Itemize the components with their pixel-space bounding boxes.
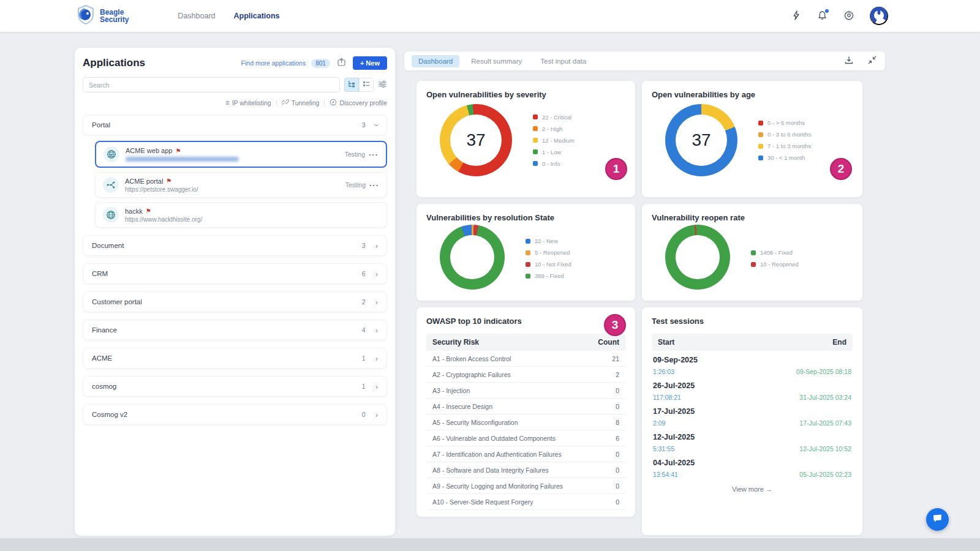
card-owasp-top-10: OWASP top 10 indicators Security Risk Co… — [417, 307, 635, 517]
app-row-acme-portal[interactable]: ACME portal ⚑ https://petstore.swagger.i… — [95, 172, 387, 198]
chevron-right-icon: › — [375, 242, 378, 250]
chat-bubble-icon — [932, 514, 943, 525]
table-row: A10 - Server-Side Request Forgery 0 — [426, 494, 625, 510]
sessions-title: Test sessions — [652, 317, 853, 326]
download-report-button[interactable] — [843, 54, 854, 67]
legend-swatch — [533, 126, 538, 131]
discovery-profile-link[interactable]: Discovery profile — [330, 99, 387, 107]
session-start-date: 17-Jul-2025 — [653, 407, 851, 416]
list-item: 12-Jul-2025 5:31:55 12-Jul-2025 10:52 — [652, 428, 853, 454]
count-cell: 8 — [587, 414, 625, 430]
export-icon — [337, 58, 346, 69]
group-row[interactable]: Document 3 › — [83, 235, 387, 256]
legend-swatch — [526, 239, 530, 244]
group-row[interactable]: Cosmog v2 0 › — [83, 404, 387, 425]
session-end-time: 31-Jul-2025 03:24 — [799, 394, 851, 401]
chevron-right-icon: › — [375, 270, 378, 278]
chat-widget-button[interactable] — [926, 508, 949, 531]
session-start-date: 04-Jul-2025 — [653, 459, 851, 467]
table-row: A1 - Broken Access Control 21 — [426, 351, 625, 367]
legend-item: 5 - Reopened — [526, 249, 571, 256]
group-row[interactable]: Customer portal 2 › — [83, 291, 387, 312]
view-more-link[interactable]: View more → — [652, 485, 853, 493]
table-row: A7 - Identification and Authentication F… — [426, 446, 625, 462]
group-portal[interactable]: Portal 3 › — [83, 114, 387, 135]
session-end-time: 09-Sep-2025 08:18 — [796, 368, 851, 375]
find-more-applications-link[interactable]: Find more applications — [241, 59, 306, 67]
quick-actions-button[interactable] — [791, 9, 802, 23]
risk-cell: A2 - Cryptographic Failures — [426, 367, 587, 383]
app-row-acme-web-app[interactable]: ACME web app ⚑ Testing ··· — [95, 141, 387, 168]
flag-icon: ⚑ — [166, 178, 172, 184]
globe-icon — [103, 207, 119, 223]
app-url: https://petstore.swagger.io/ — [125, 186, 198, 193]
power-icon — [870, 6, 888, 26]
list-view-icon — [363, 80, 370, 89]
legend-swatch — [533, 114, 538, 119]
divider — [324, 100, 325, 107]
reopen-rate-legend: 1408 - Fixed10 - Reopened — [751, 249, 799, 268]
legend-swatch — [758, 132, 763, 137]
user-avatar[interactable] — [870, 7, 888, 25]
nav-applications[interactable]: Applications — [234, 12, 280, 20]
table-row: A5 - Security Misconfiguration 8 — [426, 414, 625, 430]
legend-label: 0 - > 6 months — [767, 119, 805, 126]
more-menu-icon[interactable]: ··· — [369, 151, 379, 159]
legend-swatch — [526, 250, 530, 255]
risk-cell: A6 - Vulnerable and Outdated Components — [426, 430, 587, 446]
session-start-date: 26-Jul-2025 — [653, 381, 851, 390]
page-bottom-strip — [0, 538, 980, 551]
collapse-panel-button[interactable] — [867, 54, 878, 67]
tab-result-summary[interactable]: Result summary — [464, 55, 529, 67]
blurred-url — [126, 157, 239, 162]
count-cell: 0 — [587, 494, 625, 510]
brand-logo[interactable]: Beagle Security — [77, 5, 129, 27]
legend-label: 1 - Low — [542, 149, 561, 156]
list-view-button[interactable] — [359, 78, 374, 92]
export-button[interactable] — [336, 56, 347, 70]
severity-legend: 22 - Critical2 - High12 - Medium1 - Low0… — [533, 114, 575, 167]
ip-whitelisting-link[interactable]: ≡ IP whitelisting — [225, 99, 271, 107]
group-row[interactable]: ACME 1 › — [83, 348, 387, 369]
nav-dashboard[interactable]: Dashboard — [178, 12, 215, 20]
tab-dashboard[interactable]: Dashboard — [412, 55, 459, 67]
legend-swatch — [526, 274, 530, 279]
legend-item: 389 - Fixed — [526, 272, 571, 279]
legend-swatch — [751, 250, 756, 255]
annotation-badge-3: 3 — [604, 314, 626, 336]
group-row[interactable]: cosmog 1 › — [83, 376, 387, 397]
group-row[interactable]: CRM 6 › — [83, 263, 387, 284]
donut-total: 37 — [440, 104, 512, 176]
portal-apps-list: ACME web app ⚑ Testing ··· ACME portal ⚑… — [83, 141, 387, 228]
table-row: A6 - Vulnerable and Outdated Components … — [426, 430, 625, 446]
legend-item: 0 - Info — [533, 160, 575, 167]
card-open-vulnerabilities-by-age: Open vulnerabilities by age 37 0 - > 6 m… — [642, 81, 862, 197]
count-cell: 0 — [587, 383, 625, 399]
session-end-time: 05-Jul-2025 02:23 — [799, 471, 851, 478]
gear-icon — [844, 10, 854, 22]
donut-total: 37 — [665, 104, 737, 176]
session-start-date: 12-Jul-2025 — [653, 433, 851, 441]
app-row-hackk[interactable]: hackk ⚑ https://www.hackthissite.org/ — [95, 202, 387, 228]
notifications-button[interactable] — [816, 9, 828, 23]
search-input[interactable] — [83, 77, 340, 92]
age-legend: 0 - > 6 months0 - 3 to 6 months7 - 1 to … — [758, 119, 811, 161]
new-application-button[interactable]: + New — [353, 56, 387, 70]
tree-view-button[interactable] — [344, 78, 359, 92]
app-url: https://www.hackthissite.org/ — [125, 216, 202, 223]
owasp-table: Security Risk Count A1 - Broken Access C… — [426, 334, 625, 510]
count-cell: 0 — [587, 446, 625, 462]
count-cell: 0 — [587, 478, 625, 494]
settings-button[interactable] — [843, 9, 855, 23]
tunneling-link[interactable]: Tunneling — [282, 99, 320, 107]
chevron-down-icon: › — [372, 124, 380, 126]
group-row[interactable]: Finance 4 › — [83, 320, 387, 340]
beagle-logo-icon — [77, 5, 95, 27]
session-duration: 13:54:41 — [653, 471, 678, 478]
applications-count-badge: 801 — [311, 59, 330, 68]
risk-cell: A10 - Server-Side Request Forgery — [426, 494, 587, 510]
more-menu-icon[interactable]: ··· — [369, 181, 379, 189]
tab-test-input-data[interactable]: Test input data — [533, 55, 593, 67]
filter-button[interactable] — [378, 80, 387, 90]
page-title: Applications — [83, 57, 145, 69]
